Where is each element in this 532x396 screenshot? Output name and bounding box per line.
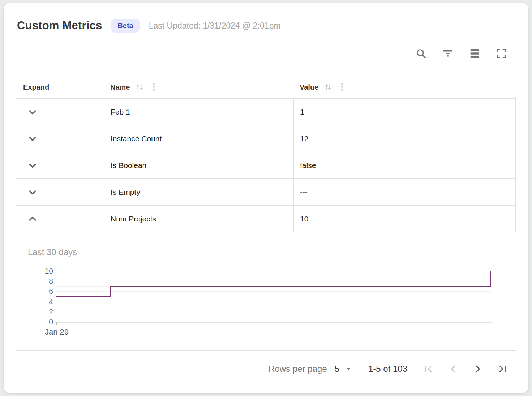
next-page-icon <box>473 364 483 374</box>
expand-row-button[interactable] <box>26 132 39 146</box>
metric-value-cell: 10 <box>293 206 515 232</box>
metric-value-cell: --- <box>293 179 515 205</box>
column-menu-name-button[interactable] <box>149 82 159 92</box>
x-axis-first-label: Jan 29 <box>45 327 69 337</box>
expand-row-button[interactable] <box>26 159 39 172</box>
last-page-button[interactable] <box>497 363 508 374</box>
metric-name-cell: Is Boolean <box>104 152 293 178</box>
column-header-value[interactable]: Value <box>293 82 516 92</box>
collapse-row-button[interactable] <box>26 212 39 226</box>
grid-toolbar <box>16 47 516 60</box>
dropdown-arrow-icon <box>344 365 352 373</box>
beta-badge: Beta <box>111 19 139 33</box>
column-menu-value-button[interactable] <box>337 82 347 92</box>
chart-line-series <box>56 271 492 322</box>
metric-value-cell: 1 <box>293 99 515 125</box>
last-page-icon <box>497 364 507 374</box>
rows-per-page-select[interactable]: 5 <box>335 364 352 374</box>
metric-name-cell: Instance Count <box>104 125 293 152</box>
filter-button[interactable] <box>442 47 454 60</box>
column-header-name[interactable]: Name <box>104 82 293 92</box>
sort-icon <box>323 82 333 92</box>
table-header-row: Expand Name Value <box>16 76 516 98</box>
custom-metrics-card: Custom Metrics Beta Last Updated: 1/31/2… <box>4 3 528 393</box>
density-icon <box>469 48 480 59</box>
sort-name-button[interactable] <box>135 82 144 92</box>
metric-name-cell: Is Empty <box>104 179 293 205</box>
last-updated-text: Last Updated: 1/31/2024 @ 2:01pm <box>149 21 281 31</box>
fullscreen-button[interactable] <box>495 47 507 60</box>
expand-row-button[interactable] <box>26 105 39 119</box>
first-page-button[interactable] <box>423 363 434 374</box>
table-row: Num Projects 10 <box>16 205 515 232</box>
table-body: Feb 1 1 Instance Count 12 Is Boolean fal… <box>16 98 516 232</box>
row-detail-panel: Last 30 days Jan 29 0246810 <box>16 232 516 350</box>
page-title: Custom Metrics <box>17 19 102 32</box>
page-header: Custom Metrics Beta Last Updated: 1/31/2… <box>16 3 516 34</box>
next-page-button[interactable] <box>472 363 483 374</box>
pagination-range-label: 1-5 of 103 <box>368 364 407 374</box>
chevron-down-icon <box>27 107 38 117</box>
chart-title: Last 30 days <box>28 247 516 257</box>
table-row: Is Empty --- <box>16 178 515 205</box>
column-menu-icon <box>149 82 159 92</box>
metric-name-cell: Num Projects <box>104 206 293 232</box>
metric-history-chart: Jan 29 0246810 <box>28 257 516 350</box>
chevron-down-icon <box>27 187 38 198</box>
metric-value-cell: false <box>293 152 515 178</box>
x-axis-tick <box>56 322 57 325</box>
fullscreen-icon <box>496 48 507 59</box>
chevron-down-icon <box>27 160 38 171</box>
chart-plot-area: Jan 29 <box>56 271 492 322</box>
column-menu-icon <box>337 82 347 92</box>
expand-row-button[interactable] <box>26 185 39 199</box>
rows-per-page-label: Rows per page <box>269 364 327 374</box>
table-row: Instance Count 12 <box>16 125 515 152</box>
first-page-icon <box>424 364 434 374</box>
chevron-down-icon <box>27 133 38 144</box>
table-row: Feb 1 1 <box>16 98 515 125</box>
sort-icon <box>135 82 144 92</box>
pagination-controls <box>423 363 508 374</box>
table-footer: Rows per page 5 1-5 of 103 <box>16 350 516 387</box>
density-button[interactable] <box>468 47 481 60</box>
column-header-expand: Expand <box>16 83 104 91</box>
filter-icon <box>442 48 454 59</box>
search-button[interactable] <box>415 47 427 60</box>
previous-page-icon <box>448 364 458 374</box>
sort-value-button[interactable] <box>323 82 333 92</box>
table-row: Is Boolean false <box>16 152 515 178</box>
rows-per-page-value: 5 <box>335 364 339 374</box>
metric-value-cell: 12 <box>293 125 515 152</box>
metric-name-cell: Feb 1 <box>104 99 293 125</box>
search-icon <box>416 48 426 59</box>
previous-page-button[interactable] <box>448 363 459 374</box>
chevron-up-icon <box>27 214 38 224</box>
